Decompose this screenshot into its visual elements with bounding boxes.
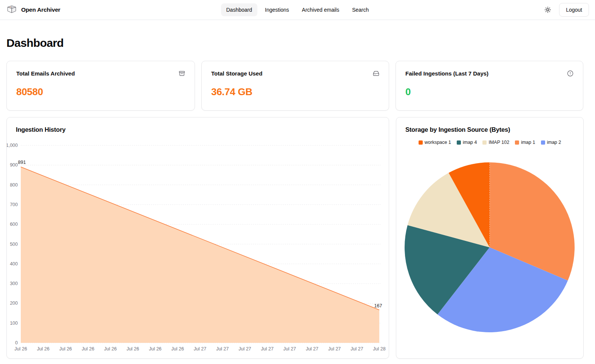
svg-text:Jul 26: Jul 26 [149, 346, 161, 352]
svg-text:1,000: 1,000 [7, 143, 18, 148]
hard-drive-icon [373, 70, 379, 77]
svg-text:Jul 27: Jul 27 [351, 346, 363, 352]
stat-card: Failed Ingestions (Last 7 Days)0 [396, 61, 583, 111]
svg-text:900: 900 [10, 162, 18, 168]
svg-text:300: 300 [10, 281, 18, 286]
app-title: Open Archiver [21, 6, 60, 13]
pie-legend: workspace 1imap 4IMAP 102imap 1imap 2 [396, 140, 583, 145]
stat-label: Total Emails Archived [16, 70, 75, 77]
archive-box-logo-icon [6, 3, 17, 16]
legend-label: imap 1 [521, 140, 535, 145]
legend-label: IMAP 102 [488, 140, 509, 145]
legend-item-workspace-1[interactable]: workspace 1 [419, 140, 451, 145]
stat-value: 0 [405, 86, 573, 98]
svg-text:Jul 28: Jul 28 [373, 346, 385, 352]
nav-item-archived-emails[interactable]: Archived emails [297, 3, 345, 16]
main-content: Dashboard Total Emails Archived80580Tota… [0, 37, 595, 359]
svg-text:Jul 26: Jul 26 [37, 346, 49, 352]
legend-item-imap-1[interactable]: imap 1 [515, 140, 535, 145]
storage-pie-chart [396, 117, 583, 358]
svg-text:Jul 27: Jul 27 [238, 346, 251, 352]
legend-swatch [515, 140, 519, 145]
ingestion-history-card: Ingestion History 0100200300400500600700… [6, 117, 389, 359]
svg-text:0: 0 [15, 340, 18, 345]
svg-text:400: 400 [10, 261, 18, 267]
svg-text:Jul 27: Jul 27 [283, 346, 296, 352]
legend-item-imap-102[interactable]: IMAP 102 [482, 140, 509, 145]
stat-value: 36.74 GB [211, 86, 379, 98]
svg-text:Jul 27: Jul 27 [216, 346, 229, 352]
nav-item-dashboard[interactable]: Dashboard [221, 3, 258, 16]
legend-swatch [419, 140, 423, 145]
svg-text:200: 200 [10, 301, 18, 306]
sun-icon [544, 6, 551, 13]
svg-text:Jul 26: Jul 26 [59, 346, 72, 352]
legend-item-imap-4[interactable]: imap 4 [457, 140, 477, 145]
legend-swatch [482, 140, 487, 145]
svg-text:167: 167 [374, 303, 382, 308]
theme-toggle-button[interactable] [542, 4, 554, 16]
legend-swatch [541, 140, 545, 145]
svg-text:600: 600 [10, 222, 18, 227]
stat-value: 80580 [16, 86, 185, 98]
stat-card: Total Storage Used36.74 GB [201, 61, 389, 111]
stats-row: Total Emails Archived80580Total Storage … [6, 61, 584, 111]
legend-swatch [457, 140, 461, 145]
stat-label: Failed Ingestions (Last 7 Days) [405, 70, 488, 77]
svg-text:100: 100 [10, 321, 18, 326]
svg-text:Jul 26: Jul 26 [127, 346, 139, 352]
svg-text:800: 800 [10, 182, 18, 188]
svg-text:700: 700 [10, 202, 18, 207]
page-title: Dashboard [6, 37, 584, 49]
legend-label: imap 2 [547, 140, 561, 145]
svg-text:891: 891 [18, 160, 26, 165]
alert-circle-icon [567, 70, 573, 77]
legend-item-imap-2[interactable]: imap 2 [541, 140, 561, 145]
main-nav: DashboardIngestionsArchived emailsSearch [221, 3, 374, 16]
brand: Open Archiver [6, 3, 60, 16]
svg-text:Jul 27: Jul 27 [328, 346, 341, 352]
logout-button[interactable]: Logout [559, 3, 589, 17]
svg-text:Jul 26: Jul 26 [104, 346, 117, 352]
svg-text:Jul 27: Jul 27 [261, 346, 274, 352]
archive-icon [179, 70, 185, 77]
svg-text:Jul 27: Jul 27 [306, 346, 318, 352]
svg-text:Jul 26: Jul 26 [172, 346, 184, 352]
app-header: Open Archiver DashboardIngestionsArchive… [0, 0, 595, 20]
legend-label: workspace 1 [425, 140, 451, 145]
svg-text:500: 500 [10, 242, 18, 247]
stat-label: Total Storage Used [211, 70, 263, 77]
storage-pie-card: Storage by Ingestion Source (Bytes) work… [396, 117, 584, 359]
ingestion-history-chart: 01002003004005006007008009001,000891167J… [7, 117, 389, 358]
charts-row: Ingestion History 0100200300400500600700… [6, 117, 584, 359]
svg-text:Jul 26: Jul 26 [14, 346, 27, 352]
header-actions: Logout [542, 3, 589, 17]
nav-item-ingestions[interactable]: Ingestions [260, 3, 294, 16]
svg-text:Jul 27: Jul 27 [194, 346, 206, 352]
stat-card: Total Emails Archived80580 [6, 61, 195, 111]
svg-text:Jul 26: Jul 26 [82, 346, 94, 352]
legend-label: imap 4 [463, 140, 477, 145]
nav-item-search[interactable]: Search [347, 3, 374, 16]
